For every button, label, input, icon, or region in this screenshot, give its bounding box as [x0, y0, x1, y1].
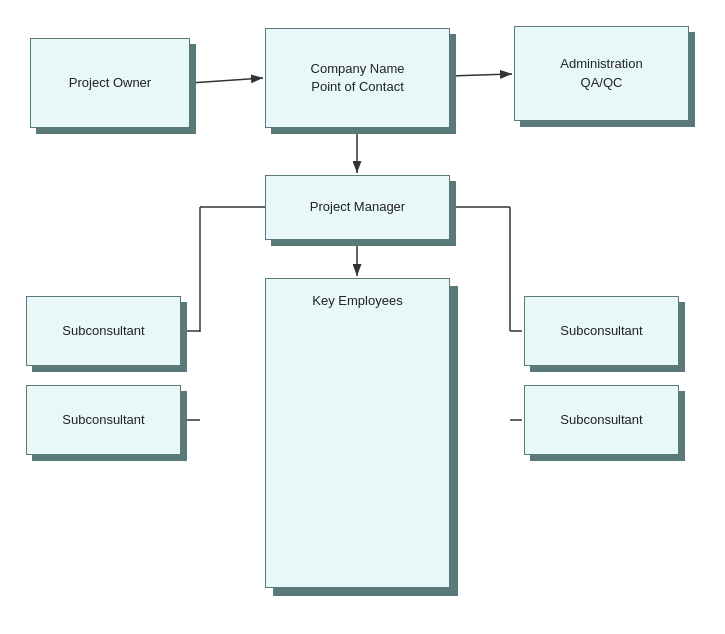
subconsultant-4-label: Subconsultant — [560, 411, 642, 429]
qaqc-label: QA/QC — [581, 74, 623, 92]
subconsultant-1-label: Subconsultant — [62, 322, 144, 340]
subconsultant-3-label: Subconsultant — [560, 322, 642, 340]
subconsultant-4-box: Subconsultant — [524, 385, 679, 455]
point-of-contact-label: Point of Contact — [311, 78, 404, 96]
project-owner-box: Project Owner — [30, 38, 190, 128]
project-owner-label: Project Owner — [69, 74, 151, 92]
svg-line-1 — [190, 78, 263, 83]
subconsultant-3-box: Subconsultant — [524, 296, 679, 366]
project-manager-label: Project Manager — [310, 198, 405, 216]
key-employees-box: Key Employees — [265, 278, 450, 588]
diagram-container: Project Owner Company Name Point of Cont… — [0, 0, 725, 634]
subconsultant-2-box: Subconsultant — [26, 385, 181, 455]
svg-line-2 — [450, 74, 512, 76]
subconsultant-2-label: Subconsultant — [62, 411, 144, 429]
subconsultant-1-box: Subconsultant — [26, 296, 181, 366]
administration-label: Administration — [560, 55, 642, 73]
company-name-box: Company Name Point of Contact — [265, 28, 450, 128]
company-name-label: Company Name — [311, 60, 405, 78]
administration-box: Administration QA/QC — [514, 26, 689, 121]
key-employees-label: Key Employees — [312, 293, 402, 308]
project-manager-box: Project Manager — [265, 175, 450, 240]
